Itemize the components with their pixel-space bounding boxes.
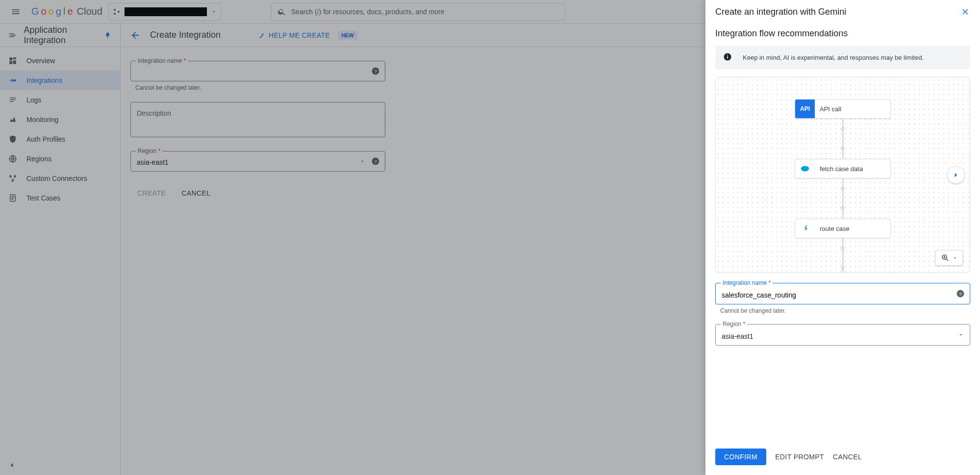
api-chip-icon: API bbox=[795, 99, 815, 119]
close-icon bbox=[960, 7, 970, 17]
svg-point-16 bbox=[801, 166, 809, 172]
chevron-down-icon bbox=[953, 255, 957, 260]
info-icon bbox=[723, 52, 733, 62]
route-icon bbox=[795, 224, 815, 233]
gemini-panel: Create an integration with Gemini Integr… bbox=[705, 0, 980, 475]
banner-text: Keep in mind, AI is experimental, and re… bbox=[743, 54, 924, 61]
flow-node-route[interactable]: route case bbox=[795, 219, 891, 238]
chevron-down-icon bbox=[958, 332, 964, 338]
salesforce-icon bbox=[795, 163, 815, 174]
svg-text:?: ? bbox=[959, 291, 962, 297]
panel-header: Create an integration with Gemini bbox=[705, 0, 980, 24]
field-label: Region bbox=[723, 321, 741, 327]
panel-region-field[interactable]: Region * asia-east1 bbox=[715, 324, 970, 346]
svg-rect-15 bbox=[727, 55, 728, 56]
svg-rect-14 bbox=[727, 56, 728, 59]
node-label: API call bbox=[820, 105, 841, 113]
chevron-right-icon bbox=[952, 171, 960, 179]
panel-close-button[interactable] bbox=[960, 7, 970, 17]
panel-integration-name-input[interactable] bbox=[722, 291, 964, 299]
help-icon[interactable]: ? bbox=[956, 289, 965, 298]
panel-integration-name-field[interactable]: Integration name * ? bbox=[715, 283, 970, 304]
flow-node-api-call[interactable]: API API call bbox=[795, 99, 891, 119]
flow-node-fetch[interactable]: fetch case data bbox=[795, 159, 891, 178]
panel-name-helper: Cannot be changed later. bbox=[720, 307, 970, 314]
zoom-control[interactable] bbox=[935, 250, 963, 266]
panel-region-value: asia-east1 bbox=[722, 332, 964, 340]
node-label: fetch case data bbox=[820, 165, 863, 173]
panel-footer: CONFIRM EDIT PROMPT CANCEL bbox=[705, 442, 980, 475]
field-label: Integration name bbox=[723, 279, 767, 286]
edit-prompt-button[interactable]: EDIT PROMPT bbox=[775, 453, 824, 461]
panel-subtitle: Integration flow recommendations bbox=[715, 28, 970, 39]
flow-preview-canvas: API API call fetch case data route case bbox=[715, 77, 970, 273]
confirm-button[interactable]: CONFIRM bbox=[715, 449, 766, 465]
node-label: route case bbox=[820, 225, 850, 232]
next-suggestion-button[interactable] bbox=[947, 166, 965, 184]
ai-disclaimer-banner: Keep in mind, AI is experimental, and re… bbox=[715, 46, 970, 69]
panel-cancel-button[interactable]: CANCEL bbox=[833, 453, 862, 461]
panel-title: Create an integration with Gemini bbox=[715, 7, 846, 17]
zoom-in-icon bbox=[941, 253, 950, 262]
